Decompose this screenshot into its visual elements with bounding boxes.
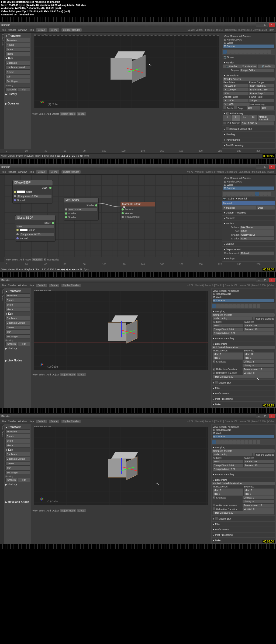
rotate-btn[interactable]: Rotate bbox=[5, 43, 30, 47]
postproc-section[interactable]: Post Processing bbox=[223, 143, 275, 147]
physics-tab-icon[interactable] bbox=[267, 50, 271, 54]
join-btn[interactable]: Join bbox=[5, 74, 30, 79]
menu-window[interactable]: Window bbox=[18, 29, 27, 31]
displacement-field[interactable]: Default bbox=[240, 252, 274, 255]
glossy-distribution[interactable]: GGX bbox=[16, 225, 54, 228]
render-section[interactable]: Render bbox=[223, 61, 275, 65]
play-next-icon[interactable]: ▶▶ bbox=[72, 155, 75, 157]
sampling-presets[interactable]: Sampling Presets bbox=[212, 313, 275, 317]
data-tab-icon[interactable] bbox=[251, 50, 255, 54]
maximize-btn[interactable]: □ bbox=[262, 165, 268, 169]
end-frame[interactable]: End Frame: 250 bbox=[249, 88, 274, 91]
shader-2[interactable]: None bbox=[240, 237, 274, 240]
material-name[interactable]: ● Material bbox=[223, 206, 256, 209]
history-header[interactable]: History bbox=[5, 92, 30, 96]
motion-blur-section[interactable]: Sampled Motion Blur bbox=[223, 127, 275, 131]
material-slot[interactable]: Material bbox=[223, 202, 232, 205]
particles-tab-icon[interactable] bbox=[263, 50, 267, 54]
mirror-btn[interactable]: Mirror bbox=[5, 52, 30, 56]
integrator[interactable]: Path Tracing bbox=[213, 317, 252, 320]
render-samples[interactable]: Render: 10 bbox=[244, 324, 274, 327]
tab-strip-left[interactable]: Tools Create bbox=[0, 33, 4, 149]
aa-size[interactable]: Size: 1.000 px bbox=[241, 121, 274, 125]
aspect-y[interactable]: Y: 1.000 bbox=[223, 103, 250, 106]
color-input-socket[interactable] bbox=[14, 191, 16, 193]
duplicate-btn[interactable]: Duplicate bbox=[5, 61, 30, 65]
material-output-node[interactable]: Material Output Surface Volume Displacem… bbox=[120, 202, 155, 220]
modifiers-tab-icon[interactable] bbox=[247, 50, 251, 54]
clamp-indirect[interactable]: Clamp Indirect: 0.00 bbox=[213, 331, 274, 335]
frame-step[interactable]: Frame Step: 1 bbox=[249, 92, 274, 95]
viewport-3d[interactable]: Camera Persp bbox=[31, 33, 222, 116]
diffuse-bsdf-node[interactable]: Diffuse BSDF BSDF Color Roughness: 0.000… bbox=[12, 180, 53, 204]
flat-btn[interactable]: Flat bbox=[18, 87, 30, 92]
play-last-icon[interactable]: ⏭ bbox=[77, 155, 79, 157]
aa-8[interactable]: 8 bbox=[232, 115, 240, 121]
aa-filter[interactable]: Mitchell-Netravali bbox=[258, 115, 275, 121]
fps-select[interactable]: 24 fps bbox=[249, 99, 274, 102]
normal-input-socket[interactable] bbox=[14, 199, 16, 201]
timeline-ruler[interactable]: 020406080100120140160180200220240260 bbox=[0, 149, 276, 153]
outliner-renderlayers[interactable]: ⊞ RenderLayers bbox=[223, 38, 274, 41]
refl-caustics-check[interactable] bbox=[213, 368, 215, 371]
layers-tab-icon[interactable] bbox=[227, 50, 231, 54]
res-y[interactable]: Y: 1080 px bbox=[223, 88, 249, 91]
edit-header[interactable]: Edit bbox=[5, 56, 30, 60]
render-btn[interactable]: 📷 Render bbox=[223, 65, 240, 68]
layout-select[interactable]: Default bbox=[36, 28, 47, 32]
timeline-end[interactable]: End: 250 bbox=[44, 155, 54, 157]
full-sample-check[interactable] bbox=[223, 122, 226, 124]
aa-section[interactable]: Anti-Aliasing bbox=[223, 111, 275, 115]
display-select[interactable]: Image Editor bbox=[240, 69, 274, 72]
filter-glossy[interactable]: Filter Glossy: 0.00 bbox=[213, 375, 274, 378]
menu-file[interactable]: File bbox=[2, 29, 6, 31]
close-btn[interactable]: × bbox=[269, 23, 275, 27]
axis-z[interactable] bbox=[127, 57, 127, 73]
dimensions-section[interactable]: Dimensions bbox=[223, 74, 275, 77]
vp-select[interactable]: Select bbox=[39, 113, 45, 115]
timeline-current[interactable]: 1 bbox=[55, 155, 56, 157]
render-tab-icon[interactable] bbox=[223, 50, 227, 54]
light-paths-preset[interactable]: Full Global Illumination bbox=[212, 346, 275, 349]
tab-strip-left[interactable] bbox=[0, 175, 4, 262]
minimize-btn[interactable]: – bbox=[256, 23, 262, 27]
audio-btn[interactable]: 🔊 Audio bbox=[258, 65, 275, 68]
res-pct[interactable]: 50% bbox=[223, 92, 249, 95]
delete-btn[interactable]: Delete bbox=[5, 70, 30, 74]
link-nodes-header[interactable]: Link Nodes bbox=[5, 358, 30, 362]
material-select[interactable]: Material bbox=[32, 258, 43, 261]
close-btn[interactable]: × bbox=[269, 165, 275, 169]
mix-shader-node[interactable]: Mix Shader Shader Fac: 0.500 Shader Shad… bbox=[64, 198, 99, 221]
set-origin-btn[interactable]: Set Origin bbox=[5, 79, 30, 83]
displacement-input-socket[interactable] bbox=[122, 216, 124, 218]
crop-check[interactable] bbox=[234, 106, 237, 109]
play-first-icon[interactable]: ⏮ bbox=[57, 155, 60, 157]
render-presets[interactable]: Render Presets bbox=[223, 77, 275, 81]
refr-caustics-check[interactable] bbox=[213, 372, 215, 374]
operator-header[interactable]: Operator bbox=[5, 101, 30, 106]
translate-btn[interactable]: Translate bbox=[5, 38, 30, 42]
glossy-bsdf-node[interactable]: Glossy BSDF BSDF GGX Color Roughness: 0.… bbox=[15, 215, 56, 242]
object-tab-icon[interactable] bbox=[239, 50, 243, 54]
shader-input-2[interactable] bbox=[65, 216, 67, 218]
outliner-camera[interactable]: ⊞ Camera bbox=[223, 45, 274, 48]
aa-11[interactable]: 11 bbox=[240, 115, 249, 121]
mode-select[interactable]: Object Mode bbox=[60, 112, 76, 116]
start-frame[interactable]: Start Frame: 1 bbox=[249, 84, 274, 87]
shading-section[interactable]: Shading bbox=[223, 133, 275, 136]
scene-tab-icon[interactable] bbox=[231, 50, 235, 54]
surface-shader[interactable]: Mix Shader bbox=[240, 226, 274, 229]
node-editor[interactable]: Diffuse BSDF BSDF Color Roughness: 0.000… bbox=[4, 175, 222, 262]
vp-view[interactable]: View bbox=[32, 113, 37, 115]
outliner-world[interactable]: ⊞ World bbox=[223, 41, 274, 45]
square-samples-check[interactable] bbox=[253, 317, 255, 320]
maximize-btn[interactable]: □ bbox=[262, 23, 268, 27]
preview-samples[interactable]: Preview: 10 bbox=[244, 328, 274, 331]
menu-render[interactable]: Render bbox=[8, 29, 16, 31]
bsdf-output-socket[interactable] bbox=[49, 187, 51, 189]
fac-field[interactable]: 0.500 bbox=[240, 229, 274, 233]
menu-help[interactable]: Help bbox=[29, 29, 34, 31]
shadows-check[interactable] bbox=[213, 360, 215, 363]
renderer-select[interactable]: Cycles Render bbox=[61, 170, 81, 174]
aa-16[interactable]: 16 bbox=[249, 115, 257, 121]
